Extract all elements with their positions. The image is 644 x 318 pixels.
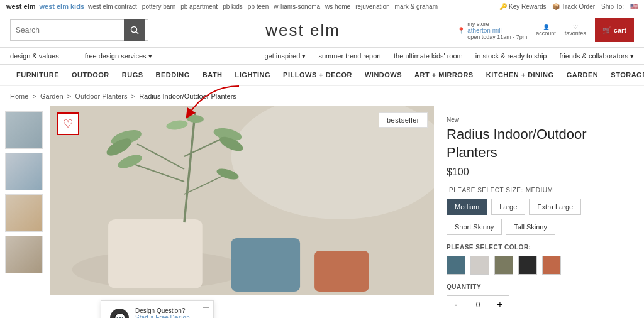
wishlist-button[interactable]: ♡ — [57, 112, 79, 135]
qty-plus[interactable]: + — [491, 295, 509, 314]
nav-garden[interactable]: GARDEN — [560, 65, 605, 85]
cart-button[interactable]: 🛒 cart — [595, 18, 634, 42]
heart-icon: ♡ — [573, 24, 578, 30]
svg-rect-7 — [314, 251, 369, 292]
qty-value: 0 — [465, 295, 491, 314]
search-button[interactable] — [124, 19, 145, 41]
color-terracotta[interactable] — [542, 256, 561, 275]
location-icon: 📍 — [457, 27, 465, 34]
size-options: Medium Large Extra Large Short Skinny Ta… — [447, 199, 631, 235]
topbar-link-1[interactable]: pottery barn — [142, 3, 175, 10]
nav-outdoor[interactable]: OUTDOOR — [65, 65, 116, 85]
qty-label: QUANTITY — [447, 283, 631, 290]
svg-line-1 — [136, 32, 139, 35]
topbar-link-8[interactable]: mark & graham — [395, 3, 438, 10]
topbar-link-5[interactable]: williams-sonoma — [274, 3, 320, 10]
color-black[interactable] — [518, 256, 537, 275]
nav-bedding[interactable]: BEDDING — [150, 65, 196, 85]
header-right: 📍 my store atherton mill open today 11am… — [457, 18, 634, 42]
favorites-label: favorites — [565, 30, 586, 36]
breadcrumb-home[interactable]: Home — [10, 92, 28, 100]
store-label: my store — [467, 21, 527, 27]
thumbnail-2[interactable] — [5, 153, 43, 190]
search-box[interactable] — [10, 19, 148, 41]
color-label: PLEASE SELECT COLOR: — [447, 244, 631, 251]
track-order[interactable]: 📦 Track Order — [552, 3, 595, 10]
size-label: PLEASE SELECT SIZE:Medium — [447, 187, 631, 194]
free-design-link[interactable]: free design services ▾ — [85, 52, 152, 60]
in-stock-link[interactable]: in stock & ready to ship — [475, 52, 547, 60]
product-price: $100 — [447, 167, 631, 178]
nav-windows[interactable]: WINDOWS — [358, 65, 408, 85]
nav-pillows[interactable]: PILLOWS + DECOR — [277, 65, 358, 85]
nav-lighting[interactable]: LIGHTING — [229, 65, 277, 85]
top-bar: west elm west elm kids west elm contract… — [0, 0, 644, 13]
chat-widget: 💬 Design Question? Start a Free Design C… — [101, 300, 214, 318]
cart-label: cart — [614, 26, 626, 34]
ship-to: Ship To: — [601, 3, 624, 10]
qty-minus[interactable]: - — [447, 295, 465, 314]
nav-rugs[interactable]: RUGS — [116, 65, 150, 85]
store-name-link[interactable]: atherton mill — [467, 27, 501, 34]
thumbnail-1[interactable] — [5, 111, 43, 149]
color-olive[interactable] — [494, 256, 513, 275]
topbar-link-0[interactable]: west elm contract — [88, 3, 137, 10]
color-options — [447, 256, 631, 275]
divider — [72, 52, 72, 60]
brand-westelm[interactable]: west elm — [6, 3, 35, 10]
size-short-skinny[interactable]: Short Skinny — [447, 219, 502, 235]
nav-storage[interactable]: STORAGE — [604, 65, 644, 85]
topbar-link-2[interactable]: pb apartment — [180, 3, 218, 10]
svg-point-0 — [131, 27, 137, 33]
design-values-link[interactable]: design & values — [10, 52, 59, 60]
thumbnail-3[interactable] — [5, 194, 43, 232]
flag-icon: 🇺🇸 — [630, 3, 638, 10]
services-right: get inspired ▾ summer trend report the u… — [264, 52, 634, 60]
store-info: 📍 my store atherton mill open today 11am… — [457, 21, 527, 40]
topbar-link-3[interactable]: pb kids — [223, 3, 243, 10]
brand-westelm-kids[interactable]: west elm kids — [39, 3, 84, 10]
svg-rect-5 — [108, 219, 203, 288]
account-label: account — [536, 30, 556, 36]
thumbnail-4[interactable] — [5, 236, 43, 273]
key-rewards[interactable]: 🔑 Key Rewards — [499, 3, 546, 10]
nav-art[interactable]: ART + MIRRORS — [408, 65, 480, 85]
breadcrumb-garden[interactable]: Garden — [40, 92, 64, 100]
friends-link[interactable]: friends & collaborators ▾ — [560, 52, 635, 60]
search-input[interactable] — [11, 26, 124, 35]
new-badge: New — [447, 116, 631, 123]
size-extra-large[interactable]: Extra Large — [529, 199, 581, 215]
store-hours: open today 11am - 7pm — [467, 34, 527, 40]
top-bar-right: 🔑 Key Rewards 📦 Track Order Ship To: 🇺🇸 — [499, 3, 638, 10]
qty-control: - 0 + — [447, 295, 631, 314]
chat-title: Design Question? — [135, 307, 204, 314]
product-image-bg — [50, 106, 434, 295]
product-layout: ♡ bestseller 💬 Design Question? Start a … — [0, 106, 644, 318]
account-icon-group[interactable]: 👤 account — [536, 24, 556, 36]
nav-kitchen[interactable]: KITCHEN + DINING — [480, 65, 560, 85]
color-teal[interactable] — [447, 256, 465, 275]
size-tall-skinny[interactable]: Tall Skinny — [506, 219, 555, 235]
topbar-link-7[interactable]: rejuvenation — [355, 3, 389, 10]
chat-text: Design Question? Start a Free Design Cha… — [135, 307, 204, 318]
size-medium[interactable]: Medium — [447, 199, 487, 215]
topbar-link-4[interactable]: pb teen — [248, 3, 269, 10]
color-light[interactable] — [470, 256, 489, 275]
nav-bath[interactable]: BATH — [196, 65, 229, 85]
breadcrumb-current: Radius Indoor/Outdoor Planters — [139, 92, 236, 100]
size-large[interactable]: Large — [491, 199, 525, 215]
topbar-link-6[interactable]: ws home — [325, 3, 350, 10]
kids-room-link[interactable]: the ultimate kids' room — [394, 52, 463, 60]
breadcrumb-outdoor-planters[interactable]: Outdoor Planters — [75, 92, 127, 100]
chat-close-button[interactable]: — — [203, 304, 209, 310]
summer-trend-link[interactable]: summer trend report — [318, 52, 381, 60]
svg-rect-6 — [231, 238, 300, 292]
get-inspired-link[interactable]: get inspired ▾ — [264, 52, 306, 60]
chat-link[interactable]: Start a Free Design Chat — [135, 314, 190, 318]
chat-bubble-icon: 💬 — [110, 309, 129, 318]
site-logo[interactable]: west elm — [148, 21, 457, 40]
favorites-icon-group[interactable]: ♡ favorites — [565, 24, 586, 36]
top-bar-links: west elm contract pottery barn pb apartm… — [88, 3, 496, 10]
nav-furniture[interactable]: FURNITURE — [10, 65, 65, 85]
breadcrumb: Home > Garden > Outdoor Planters > Radiu… — [0, 86, 644, 106]
